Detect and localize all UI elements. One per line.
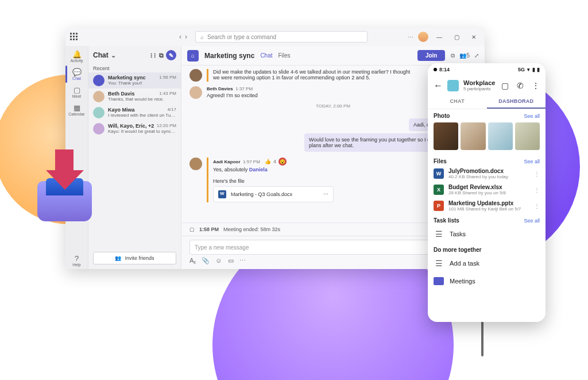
chat-item-kayo[interactable]: Kayo Miwa4/17 I reviewed with the client… [88,105,181,121]
new-chat-button[interactable]: ✎ [166,50,176,60]
bell-icon: 🔔 [72,51,82,58]
chat-icon: 💬 [72,68,82,76]
list-icon: ☰ [434,229,444,239]
workspace-avatar-icon [447,80,459,91]
invite-friends-button[interactable]: 👥 Invite friends [93,252,176,264]
window-maximize-button[interactable]: ▢ [450,30,463,43]
join-button[interactable]: Join [417,50,446,61]
word-file-icon [218,190,226,198]
user-avatar[interactable] [418,32,428,42]
chat-item-group[interactable]: Will, Kayo, Eric, +212:20 PM Kayo: It wo… [88,121,181,137]
chat-item-beth[interactable]: Beth Davis1:43 PM Thanks, that would be … [88,89,181,105]
search-icon: ⌕ [200,34,204,40]
teams-desktop-window: ‹ › ⌕ Search or type a command ⋯ — ▢ ✕ 🔔… [65,28,485,269]
meetings-icon [434,277,444,285]
more-icon[interactable]: ⋮ [534,187,540,193]
phone-call-icon[interactable]: ✆ [517,81,524,90]
kebab-menu-icon[interactable]: ⋮ [532,81,540,90]
reaction-badge-icon: 😮 [278,158,287,166]
phone-status-bar: 8:14 5G ▾ ▮ ▮ [428,63,546,76]
more-icon[interactable]: ⋮ [534,203,540,209]
file-attachment-card[interactable]: Marketing - Q3 Goals.docx ⋯ [213,186,334,202]
signal-icon: ▮ [532,67,535,72]
recent-label: Recent [88,64,181,72]
see-all-files[interactable]: See all [524,159,540,164]
rail-chat[interactable]: 💬Chat [65,66,88,83]
download-illustration [32,149,98,221]
battery-icon: ▮ [537,67,540,72]
tab-files[interactable]: Files [278,52,291,59]
files-section-label: Files [434,158,447,164]
video-call-icon[interactable]: ▢ [501,81,509,90]
phone-tab-chat[interactable]: CHAT [428,95,487,109]
rail-activity[interactable]: 🔔Activity [65,48,88,65]
search-placeholder: Search or type a command [207,34,276,40]
see-all-photos[interactable]: See all [524,113,540,119]
tab-chat[interactable]: Chat [260,52,272,59]
file-row-pptx[interactable]: P Marketing Updates.pptx101 MB Shared by… [428,198,546,214]
file-row-docx[interactable]: W JulyPromotion.docx40.2 KB Shared by yo… [428,166,546,182]
back-button[interactable]: ← [434,80,443,91]
chat-list-title: Chat [93,51,109,59]
phone-header: ← Workplace 5 participants ▢ ✆ ⋮ [428,76,546,95]
rail-calendar[interactable]: ▦Calendar [65,102,88,118]
video-icon: ▢ [74,86,80,94]
avatar [93,91,105,102]
format-icon[interactable]: Aᵪ [189,257,196,264]
emoji-icon[interactable]: ☺ [215,257,222,264]
mobile-dashboard-overlay: 8:14 5G ▾ ▮ ▮ ← Workplace 5 participants… [428,63,546,322]
gif-icon[interactable]: ▭ [228,257,234,264]
excel-file-icon: X [434,185,444,195]
more-icon[interactable]: ⋯ [323,191,328,197]
message-reactions[interactable]: 👍4 😮 [265,158,287,166]
photo-strip [428,120,546,155]
avatar [189,69,202,82]
add-task-row[interactable]: ☰ Add a task [428,254,546,272]
photo-thumb[interactable] [461,122,485,150]
word-file-icon: W [434,168,444,179]
rail-meet[interactable]: ▢Meet [65,84,88,101]
calendar-icon: ▦ [74,104,80,112]
rail-help[interactable]: ?Help [65,252,88,269]
mention[interactable]: Daniela [249,167,268,172]
chat-item-marketing-sync[interactable]: Marketing sync1:58 PM You: Thank you!! [88,72,181,89]
chevron-down-icon[interactable]: ⌄ [111,52,116,59]
popout-icon[interactable]: ⤢ [474,52,479,59]
file-row-xlsx[interactable]: X Budget Review.xlsx28 KB Shared by you … [428,182,546,198]
more-icon[interactable]: ⋮ [534,171,540,177]
titlebar: ‹ › ⌕ Search or type a command ⋯ — ▢ ✕ [65,28,485,46]
avatar [93,123,105,135]
nav-forward-button[interactable]: › [185,33,187,41]
avatar [93,107,105,118]
powerpoint-file-icon: P [434,201,444,211]
more-button[interactable]: ⋯ [408,34,413,40]
attach-icon[interactable]: 📎 [202,257,210,264]
search-input[interactable]: ⌕ Search or type a command [195,31,368,43]
photo-thumb[interactable] [488,122,513,150]
participants-icon[interactable]: 👥5 [459,52,470,59]
see-all-tasks[interactable]: See all [524,218,540,224]
chat-list-pane: Chat ⌄ ⫶⫶ ⧉ ✎ Recent Marketing sync1:58 … [88,46,181,269]
group-avatar-icon [93,75,105,86]
conversation-avatar-icon: ⌂ [187,50,199,62]
meetings-row[interactable]: Meetings [428,272,546,290]
phone-tab-dashboard[interactable]: DASHBORAD [487,95,546,109]
nav-back-button[interactable]: ‹ [179,33,181,41]
video-icon[interactable]: ⧉ [451,52,455,59]
tasks-row[interactable]: ☰ Tasks [428,225,546,243]
photo-thumb[interactable] [515,122,540,150]
app-launcher-icon[interactable] [70,33,78,41]
popout-icon[interactable]: ⧉ [159,52,164,59]
video-icon: ▢ [189,227,195,232]
rail-selection-indicator [65,66,67,83]
more-compose-icon[interactable]: ⋯ [239,257,246,264]
avatar [189,86,202,99]
photo-thumb[interactable] [434,122,458,150]
do-more-label: Do more together [434,247,540,253]
tasks-section-label: Task lists [434,217,459,224]
wifi-icon: ▾ [527,67,530,72]
window-minimize-button[interactable]: — [433,30,446,43]
thumbs-up-icon: 👍 [265,159,271,164]
filter-icon[interactable]: ⫶⫶ [150,52,157,59]
window-close-button[interactable]: ✕ [467,30,480,43]
